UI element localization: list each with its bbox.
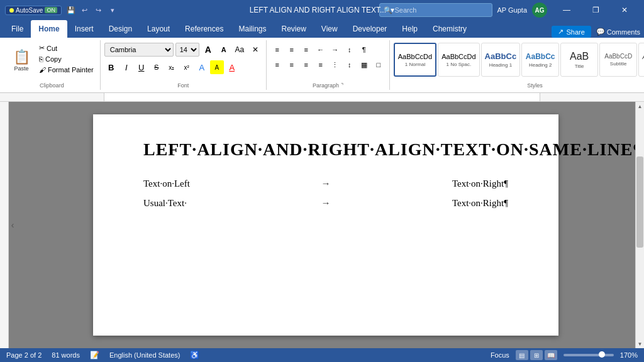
save-icon[interactable]: 💾: [65, 4, 77, 16]
tab-view[interactable]: View: [314, 20, 345, 38]
doc-row-1: Text·on·Left → Text·on·Right¶: [143, 178, 508, 189]
ribbon-body: 📋 Paste ✂ Cut ⎘ Copy 🖌 Format Painter: [0, 38, 644, 93]
word-count[interactable]: 81 words: [52, 351, 80, 359]
zoom-slider[interactable]: [564, 354, 614, 356]
tab-help[interactable]: Help: [394, 20, 425, 38]
font-color-button[interactable]: A: [225, 60, 239, 74]
doc-row-2-left: Usual·Text·: [143, 198, 307, 209]
italic-button[interactable]: I: [119, 60, 133, 74]
show-marks-button[interactable]: ¶: [357, 43, 371, 57]
format-painter-icon: 🖌: [39, 66, 46, 74]
left-ruler: [0, 102, 9, 348]
font-top: Cambria 14 A A Aa ✕: [104, 43, 262, 57]
page-nav-left[interactable]: ‹: [9, 102, 16, 348]
superscript-button[interactable]: x²: [180, 60, 194, 74]
change-case-button[interactable]: Aa: [233, 43, 247, 57]
align-left-button[interactable]: ≡: [270, 58, 284, 72]
more-icon[interactable]: ▾: [107, 4, 118, 16]
user-avatar[interactable]: AG: [532, 3, 547, 18]
comments-button[interactable]: 💬 Comments: [596, 28, 640, 36]
window-controls: — ❐ ✕: [552, 0, 639, 20]
accessibility-icon[interactable]: ♿: [190, 351, 199, 359]
line-spacing-button[interactable]: ↕: [343, 58, 357, 72]
subscript-button[interactable]: x₂: [165, 60, 179, 74]
zoom-thumb[interactable]: [599, 351, 605, 358]
tab-developer[interactable]: Developer: [345, 20, 395, 38]
style-nospace-label: 1 No Spac.: [447, 62, 472, 67]
font-group: Cambria 14 A A Aa ✕ B I U S x₂ x²: [101, 40, 267, 90]
clipboard-content: 📋 Paste ✂ Cut ⎘ Copy 🖌 Format Painter: [8, 40, 96, 82]
undo-icon[interactable]: ↩: [79, 4, 91, 16]
minimize-button[interactable]: —: [552, 0, 581, 20]
paste-button[interactable]: 📋 Paste: [8, 43, 35, 79]
clear-format-button[interactable]: ✕: [248, 43, 262, 57]
columns-button[interactable]: ⋮: [328, 58, 342, 72]
redo-icon[interactable]: ↪: [93, 4, 104, 16]
borders-button[interactable]: □: [372, 58, 386, 72]
sort-button[interactable]: ↕: [343, 43, 357, 57]
read-view-button[interactable]: 📖: [545, 350, 557, 360]
tab-mailings[interactable]: Mailings: [231, 20, 274, 38]
tab-insert[interactable]: Insert: [67, 20, 101, 38]
align-right-button[interactable]: ≡: [299, 58, 313, 72]
shading-button[interactable]: ▦: [357, 58, 371, 72]
style-heading2[interactable]: AaBbCc Heading 2: [521, 43, 559, 77]
right-scrollbar[interactable]: ▲ ▼: [635, 102, 644, 348]
decrease-indent-button[interactable]: ←: [314, 43, 328, 57]
proofing-icon[interactable]: 📝: [90, 351, 99, 359]
font-family-select[interactable]: Cambria: [104, 43, 174, 57]
close-button[interactable]: ✕: [610, 0, 639, 20]
restore-button[interactable]: ❐: [581, 0, 610, 20]
scroll-up-button[interactable]: ▲: [636, 102, 645, 111]
numbering-button[interactable]: ≡: [285, 43, 299, 57]
style-title[interactable]: AaB Title: [560, 43, 598, 77]
focus-label[interactable]: Focus: [491, 351, 509, 359]
format-painter-button[interactable]: 🖌 Format Painter: [36, 65, 96, 75]
bold-button[interactable]: B: [104, 60, 118, 74]
cut-button[interactable]: ✂ Cut: [36, 43, 96, 53]
tab-layout[interactable]: Layout: [140, 20, 177, 38]
share-button[interactable]: ↗ Share: [552, 26, 591, 38]
ruler-inner: [104, 93, 540, 101]
tab-file[interactable]: File: [4, 20, 31, 38]
justify-button[interactable]: ≡: [314, 58, 328, 72]
search-box[interactable]: 🔍 Search: [379, 3, 492, 17]
print-view-button[interactable]: ▤: [516, 350, 528, 360]
web-view-button[interactable]: ⊞: [530, 350, 543, 360]
doc-row-1-right: Text·on·Right¶: [345, 178, 508, 189]
style-normal[interactable]: AaBbCcDd 1 Normal: [394, 43, 436, 77]
bullets-button[interactable]: ≡: [270, 43, 284, 57]
autosave-badge[interactable]: AutoSave ON: [5, 6, 62, 15]
align-center-button[interactable]: ≡: [285, 58, 299, 72]
style-subtle-emphasis[interactable]: AaBbCcD Subtle Em.: [638, 43, 644, 77]
tab-review[interactable]: Review: [274, 20, 313, 38]
scroll-thumb[interactable]: [636, 156, 643, 248]
shrink-font-button[interactable]: A: [217, 43, 231, 57]
style-subtitle[interactable]: AaBbCcD Subtitle: [599, 43, 637, 77]
document-heading: LEFT·ALIGN·AND·RIGHT·ALIGN·TEXT·ON·SAME·…: [143, 140, 508, 160]
grow-font-button[interactable]: A: [201, 43, 215, 57]
style-h1-preview: AaBbCc: [485, 52, 517, 61]
scroll-down-button[interactable]: ▼: [636, 339, 645, 348]
document-page: LEFT·ALIGN·AND·RIGHT·ALIGN·TEXT·ON·SAME·…: [93, 114, 558, 336]
tab-design[interactable]: Design: [101, 20, 140, 38]
tab-chemistry[interactable]: Chemistry: [425, 20, 474, 38]
increase-indent-button[interactable]: →: [328, 43, 342, 57]
zoom-value[interactable]: 170%: [620, 351, 638, 359]
font-size-select[interactable]: 14: [175, 43, 199, 57]
tab-references[interactable]: References: [177, 20, 231, 38]
strikethrough-button[interactable]: S: [150, 60, 164, 74]
multilevel-button[interactable]: ≡: [299, 43, 313, 57]
text-effects-button[interactable]: A: [195, 60, 209, 74]
scroll-track[interactable]: [636, 111, 644, 339]
language[interactable]: English (United States): [109, 351, 180, 359]
title-arrow[interactable]: ▾: [391, 6, 394, 14]
style-heading1[interactable]: AaBbCc Heading 1: [481, 43, 521, 77]
style-no-spacing[interactable]: AaBbCcDd 1 No Spac.: [438, 43, 479, 77]
copy-button[interactable]: ⎘ Copy: [36, 54, 96, 64]
paragraph-dialog-icon[interactable]: ⌝: [341, 82, 343, 89]
underline-button[interactable]: U: [135, 60, 148, 74]
highlight-button[interactable]: A: [210, 60, 224, 74]
doc-row-1-left: Text·on·Left: [143, 178, 307, 189]
tab-home[interactable]: Home: [31, 20, 67, 38]
